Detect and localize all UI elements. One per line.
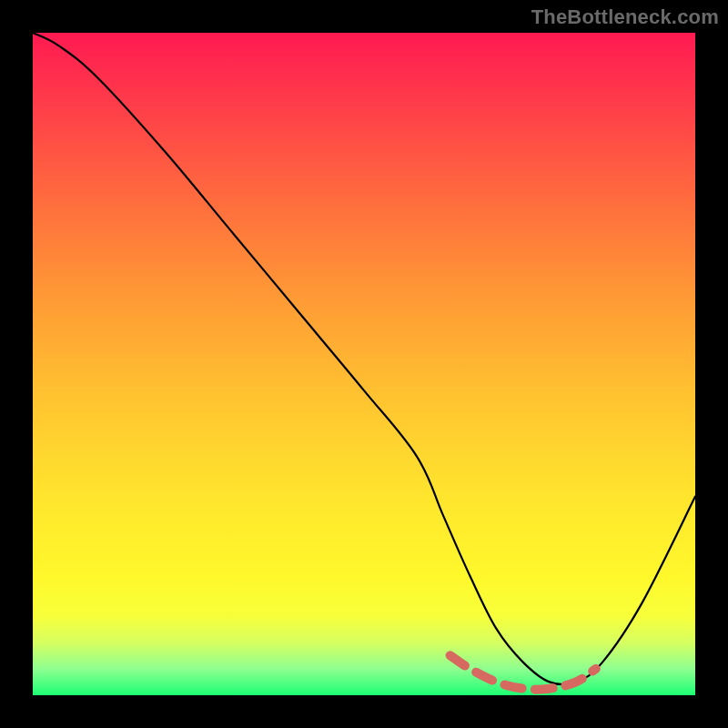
bottleneck-curve-line <box>33 33 695 684</box>
plot-area <box>33 33 695 695</box>
optimal-range-markers <box>450 655 596 689</box>
chart-svg <box>33 33 695 695</box>
attribution-label: TheBottleneck.com <box>531 5 719 29</box>
chart-stage: TheBottleneck.com <box>0 0 728 728</box>
